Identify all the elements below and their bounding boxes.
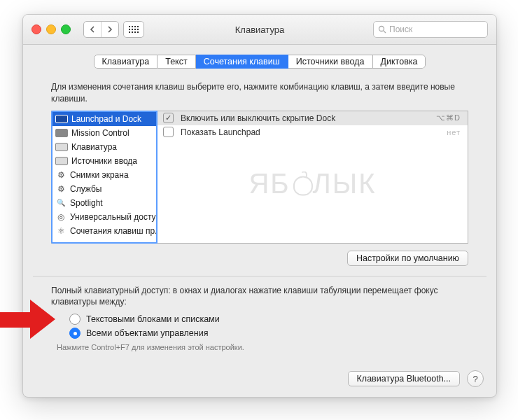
chevron-left-icon xyxy=(90,26,95,33)
minimize-window-button[interactable] xyxy=(46,24,56,34)
category-services[interactable]: Службы xyxy=(52,182,156,196)
forward-button[interactable] xyxy=(101,22,118,37)
svg-line-1 xyxy=(384,31,386,33)
category-keyboard[interactable]: Клавиатура xyxy=(52,140,156,154)
shortcut-checkbox[interactable] xyxy=(163,127,174,137)
preferences-window: Клавиатура Поиск Клавиатура Текст Сочета… xyxy=(22,14,497,398)
shortcut-instructions: Для изменения сочетания клавиш выберите … xyxy=(51,81,468,105)
category-input-sources[interactable]: Источники ввода xyxy=(52,154,156,168)
display-icon xyxy=(55,115,68,123)
category-accessibility[interactable]: Универсальный доступ xyxy=(52,210,156,224)
restore-defaults-button[interactable]: Настройки по умолчанию xyxy=(347,251,468,266)
titlebar: Клавиатура Поиск xyxy=(23,15,496,45)
window-title: Клавиатура xyxy=(235,24,284,35)
nav-back-forward xyxy=(83,21,119,38)
tab-dictation[interactable]: Диктовка xyxy=(373,55,426,69)
tab-bar: Клавиатура Текст Сочетания клавиш Источн… xyxy=(94,55,426,69)
category-launchpad-dock[interactable]: Launchpad и Dock xyxy=(52,112,156,126)
category-list[interactable]: Launchpad и Dock Mission Control Клавиат… xyxy=(51,111,158,244)
category-mission-control[interactable]: Mission Control xyxy=(52,126,156,140)
tab-input-sources[interactable]: Источники ввода xyxy=(288,55,373,69)
footer: Клавиатура Bluetooth... ? xyxy=(348,370,484,387)
app-shortcuts-icon xyxy=(55,225,66,237)
shortcut-list[interactable]: Включить или выключить скрытие Dock ⌥⌘D … xyxy=(158,111,468,243)
shortcut-label: Показать Launchpad xyxy=(181,127,260,137)
shortcut-checkbox[interactable] xyxy=(163,113,174,123)
separator xyxy=(33,276,486,276)
search-icon xyxy=(55,197,66,209)
fka-hint: Нажмите Control+F7 для изменения этой на… xyxy=(57,343,468,351)
search-placeholder: Поиск xyxy=(389,24,412,34)
search-field[interactable]: Поиск xyxy=(373,21,488,38)
fka-option-all-controls[interactable]: Всеми объектами управления xyxy=(69,326,468,340)
tab-text[interactable]: Текст xyxy=(158,55,195,69)
zoom-window-button[interactable] xyxy=(61,24,71,34)
display-icon xyxy=(55,129,68,137)
radio-icon xyxy=(69,314,80,325)
tab-keyboard[interactable]: Клавиатура xyxy=(94,55,158,69)
grid-icon xyxy=(129,26,139,33)
gear-icon xyxy=(55,169,66,181)
search-icon xyxy=(378,25,386,34)
category-spotlight[interactable]: Spotlight xyxy=(52,196,156,210)
fka-option-text-lists[interactable]: Текстовыми блоками и списками xyxy=(69,312,468,326)
gear-icon xyxy=(55,183,66,195)
full-keyboard-access-options: Текстовыми блоками и списками Всеми объе… xyxy=(69,312,468,340)
apple-icon xyxy=(292,172,312,195)
shortcuts-split-view: Launchpad и Dock Mission Control Клавиат… xyxy=(51,111,468,244)
window-controls xyxy=(31,24,71,34)
full-keyboard-access-description: Полный клавиатурный доступ: в окнах и ди… xyxy=(51,285,468,309)
keyboard-icon xyxy=(55,143,68,151)
shortcut-row[interactable]: Показать Launchpad нет xyxy=(158,125,468,139)
category-screenshots[interactable]: Снимки экрана xyxy=(52,168,156,182)
help-button[interactable]: ? xyxy=(467,370,484,387)
accessibility-icon xyxy=(55,211,66,223)
shortcut-keys[interactable]: нет xyxy=(447,128,461,136)
content-area: Клавиатура Текст Сочетания клавиш Источн… xyxy=(23,55,496,351)
shortcut-keys[interactable]: ⌥⌘D xyxy=(436,113,461,122)
shortcut-row[interactable]: Включить или выключить скрытие Dock ⌥⌘D xyxy=(158,111,468,125)
tab-shortcuts[interactable]: Сочетания клавиш xyxy=(196,55,288,69)
shortcut-label: Включить или выключить скрытие Dock xyxy=(181,113,335,123)
bluetooth-keyboard-button[interactable]: Клавиатура Bluetooth... xyxy=(348,371,460,386)
show-all-button[interactable] xyxy=(123,21,144,38)
watermark: ЯБ ЛЫК xyxy=(248,167,376,199)
back-button[interactable] xyxy=(84,22,101,37)
close-window-button[interactable] xyxy=(31,24,41,34)
category-app-shortcuts[interactable]: Сочетания клавиш пр... xyxy=(52,224,156,238)
svg-point-0 xyxy=(379,27,384,31)
chevron-right-icon xyxy=(107,26,113,33)
keyboard-icon xyxy=(55,157,68,165)
radio-icon xyxy=(69,328,80,339)
